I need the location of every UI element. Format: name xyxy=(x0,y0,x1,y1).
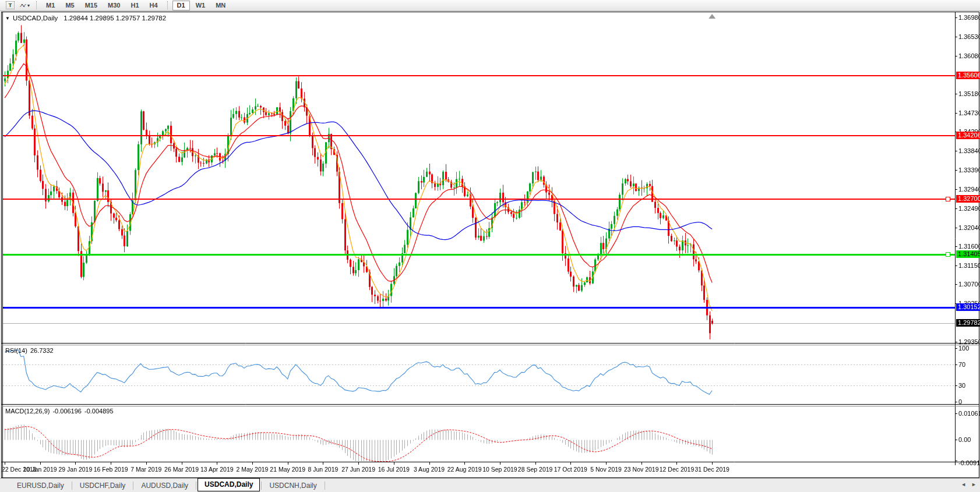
price-axis-tick: 1.36080 xyxy=(958,52,980,59)
timeframe-button-mn[interactable]: MN xyxy=(211,1,230,10)
date-label: 3 Aug 2019 xyxy=(414,466,445,473)
price-axis-tick: 1.30700 xyxy=(958,281,980,288)
price-axis-tick: 1.34730 xyxy=(958,109,980,116)
price-axis-tick: 1.32040 xyxy=(958,224,980,231)
timeframe-button-h1[interactable]: H1 xyxy=(126,1,143,10)
text-tool-icon: T xyxy=(6,1,15,9)
tab-eurusd-daily[interactable]: EURUSD,Daily xyxy=(10,480,70,491)
date-label: 29 Jan 2019 xyxy=(59,466,93,473)
hline-price-tag[interactable]: 1.35606 xyxy=(956,72,980,79)
tab-separator xyxy=(325,482,325,490)
tab-separator xyxy=(133,482,133,490)
price-axis-tick: 1.33390 xyxy=(958,167,980,174)
price-axis-tick: 1.33840 xyxy=(958,147,980,154)
chart-title-ohlc: 1.29844 1.29895 1.29757 1.29782 xyxy=(64,15,166,22)
symbol-tab-bar: EURUSD,DailyUSDCHF,DailyAUDUSD,DailyUSDC… xyxy=(0,478,980,492)
macd-scale-label: -0.009183 xyxy=(958,459,980,466)
rsi-value: 26.7332 xyxy=(30,347,54,354)
date-label: 8 Jun 2019 xyxy=(308,466,338,473)
price-chart-canvas[interactable] xyxy=(0,0,980,492)
tab-usdcnh-daily[interactable]: USDCNH,Daily xyxy=(263,480,323,491)
timeframe-button-h4[interactable]: H4 xyxy=(145,1,163,10)
date-label: 16 Feb 2019 xyxy=(94,466,128,473)
timeframe-button-m30[interactable]: M30 xyxy=(103,1,125,10)
toolbar-separator xyxy=(36,1,37,9)
tab-separator xyxy=(261,482,262,490)
rsi-scale-label: 0 xyxy=(958,398,962,405)
chart-title: ▼ USDCAD,Daily 1.29844 1.29895 1.29757 1… xyxy=(5,15,166,22)
price-axis-tick: 1.36980 xyxy=(958,14,980,21)
price-axis-tick: 1.36530 xyxy=(958,33,980,40)
macd-signal-value: -0.004895 xyxy=(84,408,114,415)
date-label: 7 Mar 2019 xyxy=(131,466,161,473)
tab-scroll-right-icon[interactable]: ► xyxy=(971,482,977,487)
chart-title-symbol: USDCAD,Daily xyxy=(13,15,58,22)
timeframe-button-w1[interactable]: W1 xyxy=(191,1,210,10)
hline-price-tag[interactable]: 1.34206 xyxy=(956,132,980,139)
tab-usdcad-daily[interactable]: USDCAD,Daily xyxy=(198,478,260,491)
rsi-scale-label: 100 xyxy=(958,345,969,352)
price-axis-tick: 1.31600 xyxy=(958,243,980,250)
macd-indicator-label: MACD(12,26,9) -0.006196 -0.004895 xyxy=(5,408,114,415)
timeframe-button-group: M1M5M15M30H1H4D1W1MN xyxy=(41,1,231,10)
date-label: 2 May 2019 xyxy=(237,466,269,473)
date-label: 26 Mar 2019 xyxy=(164,466,199,473)
date-label: 21 May 2019 xyxy=(270,466,305,473)
tab-scroll-left-icon[interactable]: ◄ xyxy=(961,482,966,487)
rsi-indicator-label: RSI(14) 26.7332 xyxy=(5,347,54,354)
tab-separator xyxy=(72,482,72,490)
price-axis-tick: 1.32490 xyxy=(958,205,980,212)
rsi-scale-label: 70 xyxy=(958,361,965,368)
tab-scroll-arrows: ◄ ► xyxy=(961,482,977,487)
timeframe-button-m5[interactable]: M5 xyxy=(61,1,79,10)
macd-name: MACD(12,26,9) xyxy=(5,408,50,415)
hline-price-tag[interactable]: 1.31405 xyxy=(956,250,980,258)
collapse-triangle-icon[interactable]: ▼ xyxy=(5,16,10,21)
date-label: 22 Aug 2019 xyxy=(447,466,482,473)
date-label: 17 Oct 2019 xyxy=(554,466,587,473)
date-label: 23 Nov 2019 xyxy=(624,466,659,473)
date-label: 5 Nov 2019 xyxy=(590,466,622,473)
macd-scale-label: 0.00 xyxy=(958,436,971,443)
timeframe-button-m1[interactable]: M1 xyxy=(41,1,59,10)
price-axis-tick: 1.35180 xyxy=(958,90,980,97)
top-toolbar: T ↗↙ ▾ M1M5M15M30H1H4D1W1MN xyxy=(0,0,980,11)
arrows-tool-icon: ↗↙ xyxy=(19,2,26,8)
date-label: 12 Dec 2019 xyxy=(660,466,695,473)
dropdown-caret-icon: ▾ xyxy=(27,3,30,8)
date-label: 10 Jan 2019 xyxy=(23,466,57,473)
rsi-scale-label: 30 xyxy=(958,382,965,389)
tab-audusd-daily[interactable]: AUDUSD,Daily xyxy=(135,480,195,491)
rsi-name: RSI(14) xyxy=(5,347,27,354)
date-label: 16 Jul 2019 xyxy=(378,466,410,473)
arrows-tool-button[interactable]: ↗↙ ▾ xyxy=(17,1,32,10)
hline-price-tag[interactable]: 1.32700 xyxy=(956,195,980,203)
date-label: 10 Sep 2019 xyxy=(482,466,517,473)
toolbar-separator xyxy=(167,1,168,9)
price-axis-tick: 1.31150 xyxy=(958,262,980,269)
tab-usdchf-daily[interactable]: USDCHF,Daily xyxy=(73,480,132,491)
timeframe-button-m15[interactable]: M15 xyxy=(80,1,102,10)
hline-price-tag[interactable]: 1.30152 xyxy=(956,303,980,311)
text-tool-button[interactable]: T xyxy=(3,1,17,10)
date-label: 13 Apr 2019 xyxy=(200,466,234,473)
price-axis-tick: 1.32940 xyxy=(958,186,980,193)
date-label: 28 Sep 2019 xyxy=(518,466,553,473)
macd-scale-label: 0.010615 xyxy=(958,410,980,417)
current-price-tag: 1.29782 xyxy=(956,319,980,327)
macd-value: -0.006196 xyxy=(52,408,82,415)
tab-separator xyxy=(196,482,196,490)
timeframe-button-d1[interactable]: D1 xyxy=(172,1,190,10)
date-label: 31 Dec 2019 xyxy=(695,466,729,473)
date-label: 27 Jun 2019 xyxy=(341,466,375,473)
